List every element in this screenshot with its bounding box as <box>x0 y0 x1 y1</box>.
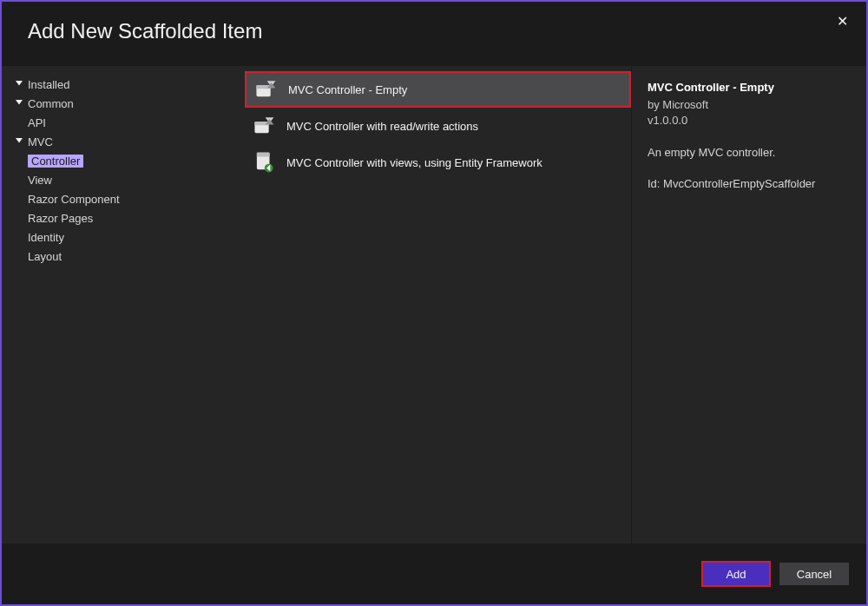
tree-node-view[interactable]: View <box>10 170 245 189</box>
details-version: v1.0.0.0 <box>648 113 851 128</box>
controller-ef-icon <box>252 150 276 175</box>
chevron-down-icon <box>14 136 24 147</box>
tree-node-installed[interactable]: Installed <box>10 75 245 94</box>
chevron-down-icon <box>14 79 24 89</box>
dialog-footer: Add Cancel <box>2 543 866 604</box>
tree-node-api[interactable]: API <box>10 113 245 132</box>
svg-marker-0 <box>16 81 23 86</box>
template-item-mvc-rw[interactable]: MVC Controller with read/write actions <box>245 108 631 144</box>
details-id: Id: MvcControllerEmptyScaffolder <box>648 176 851 192</box>
details-id-value: MvcControllerEmptyScaffolder <box>663 177 815 190</box>
tree-node-razor-component[interactable]: Razor Component <box>10 189 245 208</box>
tree-node-identity[interactable]: Identity <box>10 227 245 247</box>
template-list: MVC Controller - Empty MVC Controller wi… <box>245 66 632 543</box>
details-pane: MVC Controller - Empty by Microsoft v1.0… <box>632 66 866 543</box>
tree-node-common[interactable]: Common <box>10 94 245 113</box>
add-button[interactable]: Add <box>701 561 771 587</box>
close-icon: ✕ <box>837 13 848 30</box>
details-description: An empty MVC controller. <box>648 145 851 161</box>
details-id-label: Id: <box>648 177 660 190</box>
tree-label: Controller <box>28 155 83 168</box>
close-button[interactable]: ✕ <box>830 9 854 33</box>
template-label: MVC Controller - Empty <box>288 83 407 96</box>
chevron-down-icon <box>14 98 24 109</box>
scaffold-dialog: ✕ Add New Scaffolded Item Installed Comm… <box>0 0 868 606</box>
template-item-mvc-empty[interactable]: MVC Controller - Empty <box>245 71 631 108</box>
tree-label: Razor Component <box>28 193 120 206</box>
controller-icon <box>252 114 276 138</box>
template-label: MVC Controller with read/write actions <box>286 120 478 133</box>
tree-node-controller[interactable]: Controller <box>10 151 245 170</box>
details-title: MVC Controller - Empty <box>648 80 851 96</box>
tree-node-mvc[interactable]: MVC <box>10 132 245 151</box>
template-label: MVC Controller with views, using Entity … <box>286 156 542 169</box>
tree-label: Layout <box>28 250 62 263</box>
tree-label: API <box>28 116 46 129</box>
tree-label: Common <box>28 97 74 110</box>
svg-marker-1 <box>16 100 23 105</box>
details-author: by Microsoft <box>648 97 851 113</box>
cancel-button[interactable]: Cancel <box>779 563 849 585</box>
controller-icon <box>253 77 278 102</box>
svg-rect-12 <box>257 153 270 157</box>
title-bar: Add New Scaffolded Item <box>2 2 866 66</box>
tree-label: Razor Pages <box>28 212 93 225</box>
tree-label: MVC <box>28 135 53 148</box>
dialog-title: Add New Scaffolded Item <box>28 19 840 43</box>
tree-node-razor-pages[interactable]: Razor Pages <box>10 208 245 227</box>
tree-label: Installed <box>28 78 69 91</box>
tree-node-layout[interactable]: Layout <box>10 247 245 266</box>
svg-marker-2 <box>16 138 23 143</box>
tree-label: Identity <box>28 231 64 244</box>
dialog-body: Installed Common API MVC <box>2 66 866 543</box>
tree-label: View <box>28 174 52 187</box>
category-tree: Installed Common API MVC <box>2 66 245 543</box>
template-item-mvc-ef[interactable]: MVC Controller with views, using Entity … <box>245 144 631 181</box>
